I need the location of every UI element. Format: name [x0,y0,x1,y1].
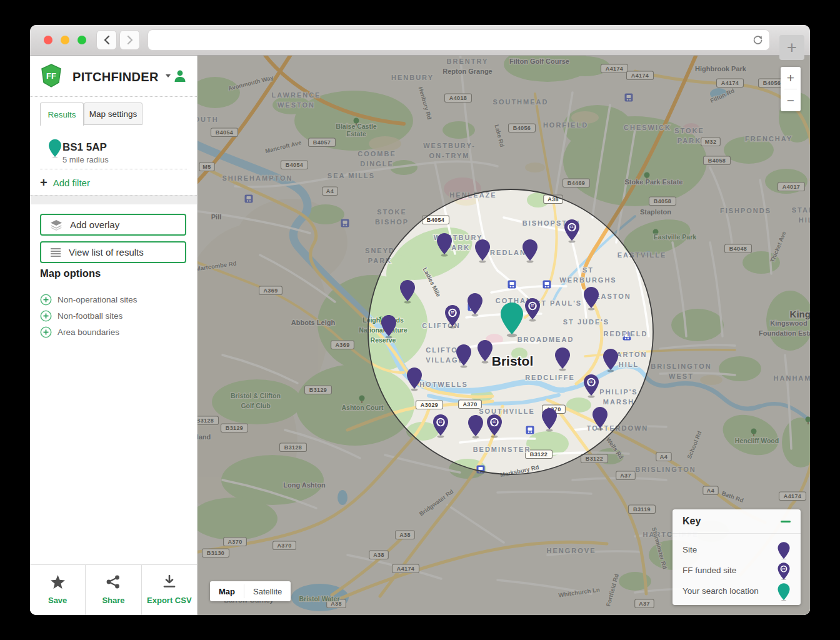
back-button[interactable] [96,30,117,50]
svg-text:B4054: B4054 [427,217,445,223]
road-badge: A370 [459,400,482,409]
add-filter-button[interactable]: + Add filter [40,175,90,190]
tab-results[interactable]: Results [40,102,84,126]
search-postcode: BS1 5AP [62,141,107,154]
key-item-site: Site [682,541,791,558]
district-label: HOTWELLS [419,381,468,388]
zoom-in-button[interactable]: + [781,67,801,89]
key-item-label: FF funded site [682,566,736,575]
district-label: ST JUDE'S [563,318,609,326]
section-divider [30,195,197,204]
key-item-label: Site [682,545,697,554]
map-type-map[interactable]: Map [210,581,244,601]
share-label: Share [102,596,124,605]
export-csv-button[interactable]: Export CSV [142,565,197,615]
search-pin-icon [777,582,791,601]
svg-text:FF: FF [451,311,454,314]
save-button[interactable]: Save [30,565,86,615]
screen: + FF PITCHFINDER [0,0,840,640]
train-station-icon [543,281,551,289]
map-type-control: MapSatellite [210,581,291,601]
close-window-button[interactable] [44,36,52,44]
map-type-satellite[interactable]: Satellite [244,581,291,601]
browser-titlebar [30,25,810,56]
ff-funded-site-pin[interactable]: FF [778,562,790,580]
share-button[interactable]: Share [86,565,141,615]
map-option-non-operational-sites[interactable]: Non-operational sites [40,291,138,308]
search-radius: 5 mile radius [62,155,109,164]
account-menu[interactable] [165,69,187,82]
key-item-your-search-location: Your search location [682,582,791,599]
search-location-pin[interactable] [778,583,790,601]
train-station-icon [508,281,516,289]
district-label: BEDMINSTER [473,446,531,453]
brand: FF PITCHFINDER [41,64,188,91]
svg-text:B3122: B3122 [530,451,548,458]
district-label: ST [582,266,594,274]
key-title: Key [682,516,701,527]
search-location-pin[interactable] [49,139,61,158]
site-pin[interactable] [778,542,790,559]
map-zoom-control: + − [781,67,801,111]
new-tab-button[interactable]: + [779,35,804,60]
svg-text:FF: FF [570,226,574,229]
chevron-left-icon [103,36,111,44]
district-label: BROADMEAD [518,336,574,343]
circle-plus-icon [40,294,52,306]
forward-button[interactable] [119,30,140,50]
district-label: PHILIP'S [599,388,638,396]
key-item-ff-funded-site: FF funded siteFF [682,562,791,579]
share-icon [106,575,120,591]
tab-bar: ResultsMap settings [40,102,142,126]
refresh-button[interactable] [751,33,764,47]
url-bar[interactable] [148,29,770,51]
svg-text:FF: FF [589,381,593,384]
svg-text:A3029: A3029 [421,402,439,408]
svg-text:A370: A370 [462,401,477,408]
minimize-window-button[interactable] [61,36,69,44]
divider [30,96,197,97]
sidebar-footer: SaveShareExport CSV [30,564,197,615]
circle-plus-icon [40,326,52,338]
map-option-non-football-sites[interactable]: Non-football sites [40,308,138,324]
key-collapse-button[interactable] [781,521,791,522]
layers-icon [50,219,62,231]
ff-pin-icon: FF [777,561,791,580]
district-label: SOUTHVILLE [479,408,535,415]
zoom-out-button[interactable]: − [781,89,801,111]
view-list-label: View list of results [69,247,144,258]
district-label: HILL [619,361,639,368]
save-label: Save [48,596,67,605]
download-icon [162,575,176,591]
star-icon [51,575,65,591]
add-overlay-label: Add overlay [70,219,119,230]
map-option-label: Area boundaries [58,328,119,337]
app-title: PITCHFINDER [72,70,159,84]
svg-text:FF: FF [492,421,496,424]
svg-text:FF: FF [531,304,534,308]
key-item-label: Your search location [682,586,759,596]
pitchfinder-logo-icon: FF [41,64,61,88]
list-icon [50,248,61,258]
key-header: Key [672,509,801,534]
tab-map-settings[interactable]: Map settings [84,102,142,125]
refresh-icon [752,35,763,46]
map-option-area-boundaries[interactable]: Area boundaries [40,324,138,340]
divider [40,169,187,169]
district-label: REDFIELD [604,330,648,338]
view-list-of-results-button[interactable]: View list of results [40,241,186,263]
road-badge: A3029 [416,401,443,409]
svg-text:FF: FF [782,568,786,570]
zoom-window-button[interactable] [78,36,86,44]
site-pin-icon [777,541,791,559]
export-csv-label: Export CSV [147,596,192,605]
sidebar: FF PITCHFINDER ResultsMap setting [30,55,198,615]
add-overlay-button[interactable]: Add overlay [40,214,186,236]
map-area[interactable]: B4054B4057B4054M5A4A4018B4056A4174A4174A… [198,55,810,615]
district-label: ST PAUL'S [536,299,582,307]
circle-plus-icon [40,310,52,322]
train-station-icon [526,426,534,434]
search-location-pin-icon [49,139,61,158]
add-filter-label: Add filter [53,178,90,188]
district-label: REDCLIFFE [525,374,575,381]
